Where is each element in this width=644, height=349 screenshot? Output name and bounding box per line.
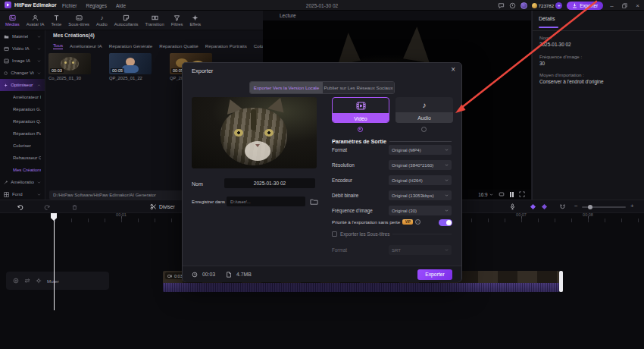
format-dropdown[interactable]: Original (MP4)	[389, 145, 452, 155]
chevron-down-icon	[37, 35, 41, 39]
sidebar-item-image-ia[interactable]: Image IA	[0, 55, 45, 67]
add-track-icon[interactable]	[13, 278, 19, 284]
minimize-button[interactable]: –	[608, 0, 616, 11]
sidebar-item-optimiseur-video[interactable]: Optimiseur Vi...	[0, 79, 45, 91]
chevron-down-icon	[445, 148, 449, 152]
tab-avatar-ia[interactable]: Avatar IA	[27, 14, 45, 27]
restore-button[interactable]	[621, 0, 629, 11]
aspect-ratio-select[interactable]: 16:9	[478, 192, 492, 197]
sidebar-item-materiel[interactable]: Matériel	[0, 30, 45, 42]
tab-export-local[interactable]: Exporter Vers la Version Locale	[250, 82, 323, 93]
media-tab-rep-qualite[interactable]: Réparation Qualité	[159, 43, 199, 49]
tab-publish-social[interactable]: Publier sur Les Réseaux Sociaux	[323, 82, 394, 93]
details-panel: Détails Nom : 2025-01-30 02 Fréquence d'…	[532, 11, 644, 200]
zoom-out-icon[interactable]: −	[574, 203, 578, 209]
media-item-baby[interactable]: 00:05 QP_2025_01_22	[109, 53, 152, 80]
zoom-in-icon[interactable]: +	[630, 203, 634, 209]
sidebar-item-changer-visage[interactable]: Changer Visa...	[0, 67, 45, 79]
slider-thumb[interactable]	[588, 205, 592, 209]
camera-icon	[167, 274, 172, 278]
file-icon	[226, 272, 232, 278]
clip-trim-handle[interactable]	[559, 271, 563, 292]
pause-icon[interactable]	[510, 192, 514, 197]
chevron-up-icon	[37, 83, 41, 87]
subtitle-format-dropdown[interactable]: SRT	[389, 245, 452, 255]
sidebar-item-reparation-portraits[interactable]: Réparation Po...	[0, 127, 45, 140]
setting-label: Débit binaire	[332, 193, 358, 198]
sidebar-item-label: Mes Créations	[13, 168, 41, 172]
magnet-snap-icon[interactable]	[559, 203, 566, 210]
menu-aide[interactable]: Aide	[116, 3, 126, 8]
sidebar-item-label: Coloriser	[13, 143, 31, 148]
tab-filtres[interactable]: Filtres	[171, 14, 183, 27]
tab-audio[interactable]: ♪ Audio	[96, 14, 108, 27]
voiceover-mic-icon[interactable]	[509, 203, 516, 210]
sidebar-item-coloriser[interactable]: Coloriser	[0, 140, 45, 152]
keyframe-icon[interactable]	[530, 204, 536, 209]
tab-label: Filtres	[171, 22, 183, 27]
menu-reglages[interactable]: Réglages	[86, 3, 107, 8]
tab-autocollants[interactable]: Autocollants	[114, 14, 139, 27]
dropdown-value: Original (MP4)	[392, 148, 421, 152]
tab-transition[interactable]: Transition	[145, 14, 164, 27]
bitrate-dropdown[interactable]: Original (13053kbps)	[389, 190, 452, 200]
redo-icon[interactable]	[44, 204, 51, 211]
notification-icon[interactable]	[509, 2, 516, 9]
export-confirm-button[interactable]: Exporter	[417, 269, 452, 280]
timeline-zoom-slider[interactable]	[582, 206, 626, 208]
tab-texte[interactable]: Texte	[51, 14, 61, 27]
name-input[interactable]: 2025-01-30 02	[224, 178, 315, 188]
menu-fichier[interactable]: Fichier	[62, 3, 77, 8]
credits-badge[interactable]: 723782 +	[532, 2, 563, 9]
lossless-toggle[interactable]	[439, 219, 452, 226]
media-icon	[9, 14, 16, 21]
sidebar-item-reparation-qualite[interactable]: Réparation Q...	[0, 115, 45, 127]
split-button[interactable]: Diviser	[150, 203, 175, 210]
encoder-dropdown[interactable]: Original (H264)	[389, 175, 452, 185]
fullscreen-icon[interactable]	[519, 191, 525, 197]
tab-label: Autocollants	[114, 22, 139, 27]
sidebar-item-video-ia[interactable]: Vidéo IA	[0, 42, 45, 55]
resolution-dropdown[interactable]: Original (3840*2160)	[389, 160, 452, 170]
close-button[interactable]: ×	[633, 0, 642, 11]
framerate-dropdown[interactable]: Original (30)	[389, 206, 452, 215]
subtitle-format-label: Format	[332, 247, 347, 253]
delete-icon[interactable]	[71, 204, 78, 211]
track-settings-icon[interactable]	[36, 278, 42, 284]
sidebar-item-reparation-generale[interactable]: Réparation G...	[0, 103, 45, 115]
media-tab-rep-portraits[interactable]: Réparation Portraits	[205, 43, 247, 49]
tab-details[interactable]: Détails	[539, 16, 555, 21]
add-credits-button[interactable]: +	[555, 2, 562, 9]
sidebar-item-ameliorateur-ia[interactable]: Améliorateur IA	[0, 91, 45, 103]
duration-badge: 00:03	[50, 68, 64, 73]
video-radio[interactable]	[358, 127, 363, 132]
info-icon[interactable]: i	[415, 219, 420, 225]
export-button-titlebar[interactable]: Exporter	[567, 2, 603, 10]
media-item-cat[interactable]: 00:03 Co_2025_01_30	[48, 53, 91, 80]
crop-icon[interactable]	[499, 191, 505, 197]
sidebar-item-label: Réparation Q...	[13, 119, 41, 124]
track-reorder-icon[interactable]	[24, 278, 30, 284]
audio-radio[interactable]	[421, 127, 427, 132]
tab-medias[interactable]: Médias	[5, 14, 20, 27]
tab-sous-titres[interactable]: Sous-titres	[68, 14, 89, 27]
video-type-card[interactable]: Vidéo	[332, 97, 389, 123]
sidebar-item-rehausseur[interactable]: Rehausseur C...	[0, 152, 45, 164]
keyframe-icon[interactable]	[542, 204, 547, 209]
save-path-input[interactable]: D:/user/...	[227, 197, 305, 206]
audio-type-card[interactable]: ♪ Audio	[395, 97, 453, 123]
sidebar-item-mes-creations[interactable]: Mes Créations	[0, 164, 45, 176]
tab-effets[interactable]: Effets	[189, 14, 201, 27]
media-tab-rep-generale[interactable]: Réparation Générale	[109, 43, 152, 49]
dialog-close-icon[interactable]: ×	[451, 65, 455, 74]
feedback-icon[interactable]	[498, 2, 505, 9]
sidebar-item-amelioration[interactable]: Amélioration ...	[0, 176, 45, 188]
browse-folder-icon[interactable]	[310, 198, 318, 206]
sidebar-item-fond[interactable]: Fond	[0, 188, 45, 200]
media-tab-tous[interactable]: Tous	[53, 42, 63, 49]
undo-icon[interactable]	[17, 204, 23, 211]
subtitles-checkbox[interactable]	[332, 231, 337, 237]
user-avatar[interactable]	[521, 2, 527, 9]
media-tab-ameliorateur[interactable]: Améliorateur IA	[70, 43, 102, 49]
playhead-line[interactable]	[54, 213, 55, 310]
